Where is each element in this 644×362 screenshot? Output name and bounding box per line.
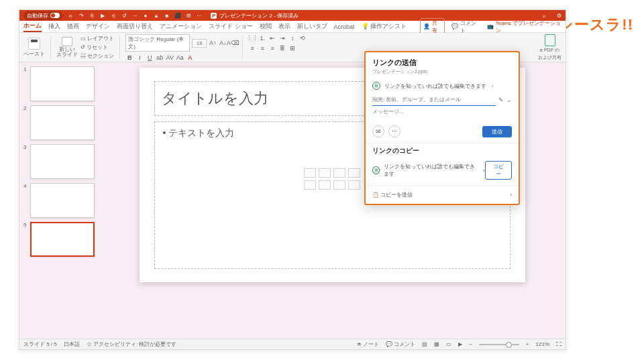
- edit-icon[interactable]: ✎: [498, 97, 504, 103]
- section-button[interactable]: ▤ セクション: [80, 52, 114, 60]
- insert-3d-icon[interactable]: [348, 168, 360, 178]
- view-sorter-icon[interactable]: ▦: [434, 341, 439, 347]
- paste-button[interactable]: ペースト: [23, 38, 45, 58]
- zoom-slider[interactable]: [479, 344, 519, 345]
- tell-me[interactable]: 💡 操作アシスト: [362, 22, 407, 31]
- thumbnail[interactable]: [30, 183, 95, 218]
- qat-icon[interactable]: ⋯: [196, 13, 203, 19]
- tab-slideshow[interactable]: スライド ショー: [209, 22, 253, 31]
- thumbnail-selected[interactable]: [30, 222, 95, 257]
- pdf-export[interactable]: e PDF の および共有: [538, 34, 561, 61]
- thumbnail[interactable]: [30, 105, 95, 140]
- indent-left-icon[interactable]: ⇤: [268, 34, 276, 42]
- accessibility-status[interactable]: ☆ アクセシビリティ: 検討が必要です: [87, 341, 177, 348]
- highlight-icon[interactable]: Aa: [176, 54, 184, 62]
- copy-link-permission[interactable]: ⊕ リンクを知っていれば誰でも編集できます ›: [372, 163, 485, 178]
- qat-icon[interactable]: ⬛: [174, 13, 181, 19]
- outlook-icon[interactable]: ✉: [372, 125, 384, 137]
- chevron-down-icon[interactable]: ⌄: [506, 97, 512, 103]
- comments-button[interactable]: 💬 コメント: [451, 19, 480, 34]
- qat-icon[interactable]: ⎘: [89, 13, 95, 19]
- tab-transitions[interactable]: 画面切り替え: [117, 22, 153, 31]
- qat-icon[interactable]: ⎌: [67, 13, 74, 19]
- send-button[interactable]: 送信: [482, 126, 512, 137]
- qat-icon[interactable]: ↷: [78, 13, 85, 19]
- qat-icon[interactable]: ⊞: [185, 13, 192, 19]
- qat-icon[interactable]: ⎋: [110, 13, 117, 19]
- qat-icon[interactable]: ▶: [99, 13, 106, 19]
- insert-table-icon[interactable]: [304, 168, 316, 178]
- align-left-icon[interactable]: ≡: [248, 44, 256, 52]
- strike-icon[interactable]: ab: [156, 54, 164, 62]
- copy-button[interactable]: コピー: [485, 161, 513, 180]
- teams-present-button[interactable]: 📺 Teams でプレゼンテーション: [487, 19, 561, 34]
- view-normal-icon[interactable]: ▤: [422, 341, 427, 347]
- thumbnail[interactable]: [30, 66, 95, 101]
- comments-toggle[interactable]: 💬 コメント: [386, 341, 415, 348]
- font-size[interactable]: 18: [192, 39, 207, 48]
- link-permission[interactable]: ⊕ リンクを知っていれば誰でも編集できます ›: [372, 82, 512, 90]
- insert-chart-icon[interactable]: [319, 168, 331, 178]
- notes-toggle[interactable]: ≐ ノート: [357, 341, 379, 348]
- more-icon[interactable]: ⋯: [388, 125, 400, 137]
- tab-design[interactable]: デザイン: [86, 22, 110, 31]
- indent-right-icon[interactable]: ⇥: [278, 34, 286, 42]
- tab-view[interactable]: 表示: [278, 22, 290, 31]
- font-selector[interactable]: 游ゴシック Regular (本文): [125, 34, 190, 52]
- thumbnail[interactable]: [30, 144, 95, 179]
- layout-button[interactable]: ▭ レイアウト: [80, 35, 114, 42]
- zoom-in-icon[interactable]: +: [526, 341, 529, 347]
- zoom-value[interactable]: 121%: [536, 341, 549, 347]
- underline-icon[interactable]: U: [146, 54, 154, 62]
- thumb-number: 1: [23, 66, 28, 101]
- insert-icon-icon[interactable]: [348, 180, 360, 190]
- message-input[interactable]: [372, 106, 512, 117]
- tab-acrobat[interactable]: Acrobat: [334, 23, 355, 30]
- new-slide-button[interactable]: 新しい スライド: [56, 37, 78, 58]
- text-direction-icon[interactable]: ⟲: [299, 34, 307, 42]
- language[interactable]: 日本語: [64, 341, 80, 348]
- insert-picture-icon[interactable]: [304, 180, 316, 190]
- font-color-icon[interactable]: A: [186, 54, 194, 62]
- view-slideshow-icon[interactable]: ▶: [458, 341, 462, 347]
- columns-icon[interactable]: ⊞: [288, 44, 297, 52]
- qat-icon[interactable]: →: [131, 13, 138, 19]
- align-center-icon[interactable]: ≡: [258, 44, 266, 52]
- qat-icon[interactable]: ●: [142, 13, 149, 19]
- tab-home[interactable]: ホーム: [23, 21, 42, 32]
- content-placeholder-icons[interactable]: [304, 168, 360, 190]
- autosave-switch[interactable]: [50, 13, 60, 18]
- autosave-toggle[interactable]: 自動保存: [23, 11, 63, 20]
- insert-video-icon[interactable]: [333, 180, 345, 190]
- justify-icon[interactable]: ≣: [278, 44, 286, 52]
- decrease-font-icon[interactable]: A↓: [219, 39, 227, 47]
- send-copy-row[interactable]: 📋 コピーを送信 ›: [366, 185, 519, 204]
- bold-icon[interactable]: B: [125, 54, 133, 62]
- recipients-input[interactable]: [372, 94, 496, 106]
- increase-font-icon[interactable]: A↑: [209, 39, 217, 47]
- insert-online-picture-icon[interactable]: [319, 180, 331, 190]
- qat-icon[interactable]: ↺: [121, 13, 127, 19]
- settings-icon[interactable]: ⚙: [557, 13, 561, 19]
- qat-icon[interactable]: ■: [164, 13, 170, 19]
- line-spacing-icon[interactable]: ↕: [288, 34, 297, 42]
- zoom-out-icon[interactable]: −: [469, 341, 472, 347]
- clear-format-icon[interactable]: A⌫: [229, 39, 237, 47]
- fit-to-window-icon[interactable]: ⛶: [556, 341, 561, 347]
- tab-draw[interactable]: 描画: [67, 22, 79, 31]
- insert-smartart-icon[interactable]: [333, 168, 345, 178]
- spacing-icon[interactable]: AV: [166, 54, 174, 62]
- tab-new[interactable]: 新しいタブ: [297, 22, 327, 31]
- tab-insert[interactable]: 挿入: [48, 22, 60, 31]
- brand-logo: シースラ!!: [558, 15, 633, 35]
- search-icon[interactable]: ⌕: [543, 13, 546, 19]
- tab-animations[interactable]: アニメーション: [160, 22, 202, 31]
- numbering-icon[interactable]: 1.: [258, 34, 266, 42]
- reset-button[interactable]: ↺ リセット: [80, 44, 108, 51]
- align-right-icon[interactable]: ≡: [268, 44, 276, 52]
- qat-icon[interactable]: ▲: [153, 13, 160, 19]
- bullets-icon[interactable]: ⋮⋮: [248, 34, 256, 42]
- view-reading-icon[interactable]: ▭: [446, 341, 451, 347]
- tab-review[interactable]: 校閲: [260, 22, 272, 31]
- italic-icon[interactable]: I: [136, 54, 144, 62]
